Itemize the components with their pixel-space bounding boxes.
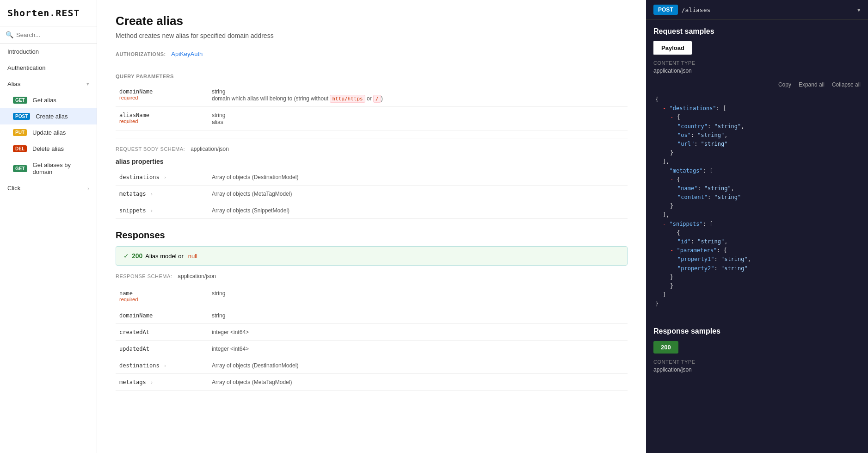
post-badge: POST xyxy=(13,113,30,120)
response-200-row[interactable]: ✓ 200 Alias model or null xyxy=(116,246,628,266)
endpoint-path: /aliases xyxy=(682,6,857,13)
sidebar-item-label: Delete alias xyxy=(32,145,64,152)
param-name: metatags › xyxy=(119,191,153,197)
field-name: name xyxy=(119,290,133,297)
chevron-right-icon: › xyxy=(87,186,89,191)
logo-text: Shorten.REST xyxy=(7,7,80,19)
sidebar: Shorten.REST 🔍 Introduction Authenticati… xyxy=(0,0,97,453)
code-actions: Copy Expand all Collapse all xyxy=(653,80,861,90)
param-name-cell: metatags › xyxy=(116,186,208,202)
checkmark-icon: ✓ xyxy=(123,252,129,260)
field-name: destinations › xyxy=(119,362,166,369)
alias-props-title: alias properties xyxy=(116,158,628,165)
param-required: required xyxy=(119,95,204,100)
sidebar-item-label: Authentication xyxy=(7,64,45,71)
param-name: domainName xyxy=(119,88,153,95)
field-name-cell: createdAt xyxy=(116,324,208,341)
field-type-cell: integer <int64> xyxy=(208,324,628,341)
inline-code-2: / xyxy=(373,95,381,103)
copy-button[interactable]: Copy xyxy=(778,81,791,88)
sidebar-item-delete-alias[interactable]: DEL Delete alias xyxy=(0,141,97,157)
response-schema-value: application/json xyxy=(178,273,216,279)
sidebar-item-label: Introduction xyxy=(7,48,39,55)
schema-label: REQUEST BODY SCHEMA: xyxy=(116,146,185,152)
table-row: metatags › Array of objects (MetaTagMode… xyxy=(116,186,628,202)
expand-icon[interactable]: ▾ xyxy=(857,6,861,13)
label-with-badge: GET Get alias xyxy=(13,97,56,104)
auth-link[interactable]: ApiKeyAuth xyxy=(171,50,203,57)
sidebar-item-click[interactable]: Click › xyxy=(0,180,97,196)
param-name-cell: aliasName required xyxy=(116,107,208,130)
table-row: aliasName required string alias xyxy=(116,107,628,130)
table-row: destinations › Array of objects (Destina… xyxy=(116,357,628,374)
table-row: snippets › Array of objects (SnippetMode… xyxy=(116,202,628,219)
get-badge-2: GET xyxy=(13,165,27,172)
field-name: metatags › xyxy=(119,379,153,385)
table-row: domainName required string domain which … xyxy=(116,83,628,107)
expand-arrow-icon[interactable]: › xyxy=(164,363,166,368)
param-name: aliasName xyxy=(119,112,149,118)
field-name-cell: metatags › xyxy=(116,374,208,391)
response-content-type-label: Content type xyxy=(653,359,861,365)
param-desc: domain which alias will belong to (strin… xyxy=(212,95,383,102)
sidebar-item-authentication[interactable]: Authentication xyxy=(0,60,97,76)
collapse-all-button[interactable]: Collapse all xyxy=(832,81,861,88)
field-type: integer <int64> xyxy=(212,346,249,352)
endpoint-bar: POST /aliases ▾ xyxy=(646,0,868,20)
responses-title: Responses xyxy=(116,230,628,241)
sidebar-item-update-alias[interactable]: PUT Update alias xyxy=(0,124,97,141)
field-name: createdAt xyxy=(119,329,149,335)
sidebar-item-get-aliases-by-domain[interactable]: GET Get aliases by domain xyxy=(0,157,97,180)
sidebar-item-introduction[interactable]: Introduction xyxy=(0,43,97,60)
sidebar-item-label: Get alias xyxy=(33,97,56,104)
field-type-cell: string xyxy=(208,307,628,324)
sidebar-item-create-alias[interactable]: POST Create alias xyxy=(0,108,97,124)
search-input[interactable] xyxy=(16,31,91,38)
field-type-cell: Array of objects (MetaTagModel) xyxy=(208,374,628,391)
expand-all-button[interactable]: Expand all xyxy=(799,81,825,88)
expand-arrow-icon[interactable]: › xyxy=(150,192,153,197)
request-samples-title: Request samples xyxy=(653,27,861,36)
request-samples-section: Request samples Payload Content type app… xyxy=(646,20,868,320)
content-type-section: Content type application/json xyxy=(653,60,861,74)
label-with-badge: PUT Update alias xyxy=(13,129,66,136)
param-type-cell: Array of objects (DestinationModel) xyxy=(208,169,628,186)
param-name: destinations › xyxy=(119,174,166,180)
table-row: createdAt integer <int64> xyxy=(116,324,628,341)
param-type-cell: Array of objects (MetaTagModel) xyxy=(208,186,628,202)
sidebar-item-get-alias[interactable]: GET Get alias xyxy=(0,92,97,108)
param-desc: alias xyxy=(212,119,223,125)
page-title: Create alias xyxy=(116,14,628,28)
field-name-cell: destinations › xyxy=(116,357,208,374)
query-params-label-text: QUERY PARAMETERS xyxy=(116,74,174,79)
expand-arrow-icon[interactable]: › xyxy=(150,380,153,385)
label-with-badge: DEL Delete alias xyxy=(13,145,64,152)
get-badge: GET xyxy=(13,97,27,104)
field-type: Array of objects (MetaTagModel) xyxy=(212,379,292,385)
field-type-cell: Array of objects (DestinationModel) xyxy=(208,357,628,374)
chevron-down-icon: ▾ xyxy=(86,81,89,87)
body-params-table: destinations › Array of objects (Destina… xyxy=(116,169,628,219)
param-desc-cell: string domain which alias will belong to… xyxy=(208,83,628,107)
response-schema-row: RESPONSE SCHEMA: application/json xyxy=(116,273,628,279)
code-block: { - "destinations": [ - { "country": "st… xyxy=(653,92,861,312)
query-params-table: domainName required string domain which … xyxy=(116,83,628,130)
field-type-cell: string xyxy=(208,285,628,307)
expand-arrow-icon[interactable]: › xyxy=(150,208,153,213)
del-badge: DEL xyxy=(13,145,27,152)
field-name-cell: domainName xyxy=(116,307,208,324)
response-code-btn[interactable]: 200 xyxy=(653,341,678,354)
response-schema-label: RESPONSE SCHEMA: xyxy=(116,273,172,279)
param-desc-cell: string alias xyxy=(208,107,628,130)
table-row: name required string xyxy=(116,285,628,307)
param-name-cell: domainName required xyxy=(116,83,208,107)
param-type-cell: Array of objects (SnippetModel) xyxy=(208,202,628,219)
param-required: required xyxy=(119,118,204,124)
field-name: updatedAt xyxy=(119,346,149,352)
inline-code-1: http/https xyxy=(330,95,365,103)
field-type: integer <int64> xyxy=(212,329,249,335)
sidebar-item-alias[interactable]: Alias ▾ xyxy=(0,76,97,92)
right-panel: POST /aliases ▾ Request samples Payload … xyxy=(646,0,868,453)
expand-arrow-icon[interactable]: › xyxy=(164,175,166,180)
payload-tab[interactable]: Payload xyxy=(653,41,692,55)
